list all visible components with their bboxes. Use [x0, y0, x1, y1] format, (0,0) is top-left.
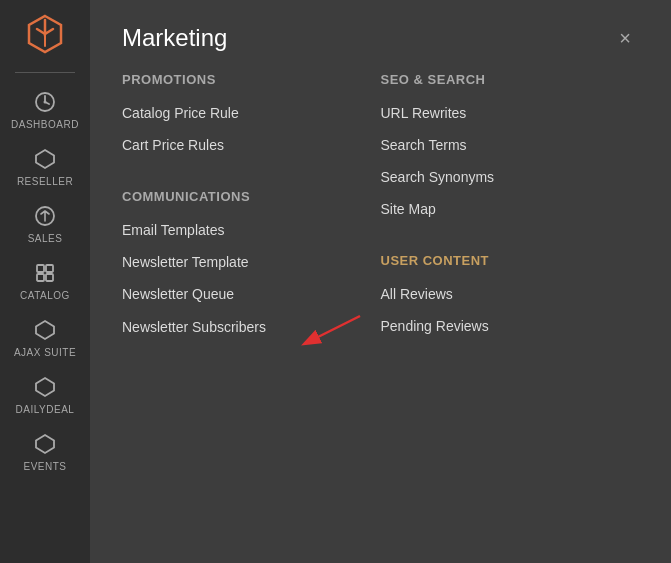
svg-rect-4: [37, 265, 44, 272]
svg-marker-10: [36, 435, 54, 453]
sidebar-item-dailydeal[interactable]: DAILYDEAL: [0, 366, 90, 423]
search-synonyms-link[interactable]: Search Synonyms: [381, 169, 640, 185]
catalog-price-rule-link[interactable]: Catalog Price Rule: [122, 105, 381, 121]
sidebar-item-dashboard[interactable]: DASHBOARD: [0, 81, 90, 138]
sidebar-item-label: SALES: [28, 233, 63, 244]
panel-title: Marketing: [122, 24, 227, 52]
sidebar-item-sales[interactable]: SALES: [0, 195, 90, 252]
svg-rect-6: [37, 274, 44, 281]
svg-marker-9: [36, 378, 54, 396]
svg-point-1: [44, 101, 47, 104]
menu-content: Promotions Catalog Price Rule Cart Price…: [90, 72, 671, 351]
all-reviews-link[interactable]: All Reviews: [381, 286, 640, 302]
cart-price-rules-link[interactable]: Cart Price Rules: [122, 137, 381, 153]
dailydeal-icon: [32, 374, 58, 400]
panel-header: Marketing ×: [90, 0, 671, 72]
newsletter-subscribers-wrapper: Newsletter Subscribers: [122, 319, 266, 351]
pending-reviews-link[interactable]: Pending Reviews: [381, 318, 640, 334]
svg-rect-7: [46, 274, 53, 281]
sidebar-item-label: DASHBOARD: [11, 119, 79, 130]
site-map-link[interactable]: Site Map: [381, 201, 640, 217]
dashboard-icon: [32, 89, 58, 115]
ajax-suite-icon: [32, 317, 58, 343]
catalog-icon: [32, 260, 58, 286]
events-icon: [32, 431, 58, 457]
user-content-section-title: User Content: [381, 253, 640, 268]
svg-marker-2: [36, 150, 54, 168]
sales-icon: [32, 203, 58, 229]
close-button[interactable]: ×: [611, 24, 639, 52]
arrow-indicator: [290, 311, 370, 351]
svg-marker-8: [36, 321, 54, 339]
url-rewrites-link[interactable]: URL Rewrites: [381, 105, 640, 121]
sidebar-item-events[interactable]: EVENTS: [0, 423, 90, 480]
newsletter-template-link[interactable]: Newsletter Template: [122, 254, 381, 270]
newsletter-subscribers-link[interactable]: Newsletter Subscribers: [122, 319, 266, 335]
svg-rect-5: [46, 265, 53, 272]
email-templates-link[interactable]: Email Templates: [122, 222, 381, 238]
reseller-icon: [32, 146, 58, 172]
communications-section-title: Communications: [122, 189, 381, 204]
sidebar-item-label: DAILYDEAL: [16, 404, 75, 415]
sidebar-item-catalog[interactable]: CATALOG: [0, 252, 90, 309]
seo-search-section-title: SEO & Search: [381, 72, 640, 87]
logo[interactable]: [19, 8, 71, 60]
left-column: Promotions Catalog Price Rule Cart Price…: [122, 72, 381, 351]
sidebar-item-label: EVENTS: [23, 461, 66, 472]
sidebar-item-label: CATALOG: [20, 290, 70, 301]
sidebar-item-reseller[interactable]: RESELLER: [0, 138, 90, 195]
sidebar-item-ajax-suite[interactable]: AJAX SUITE: [0, 309, 90, 366]
search-terms-link[interactable]: Search Terms: [381, 137, 640, 153]
sidebar: DASHBOARD RESELLER SALES CATALOG: [0, 0, 90, 563]
sidebar-item-label: AJAX SUITE: [14, 347, 76, 358]
promotions-section-title: Promotions: [122, 72, 381, 87]
newsletter-queue-link[interactable]: Newsletter Queue: [122, 286, 381, 302]
sidebar-divider: [15, 72, 75, 73]
marketing-panel: Marketing × Promotions Catalog Price Rul…: [90, 0, 671, 563]
sidebar-item-label: RESELLER: [17, 176, 73, 187]
right-column: SEO & Search URL Rewrites Search Terms S…: [381, 72, 640, 351]
